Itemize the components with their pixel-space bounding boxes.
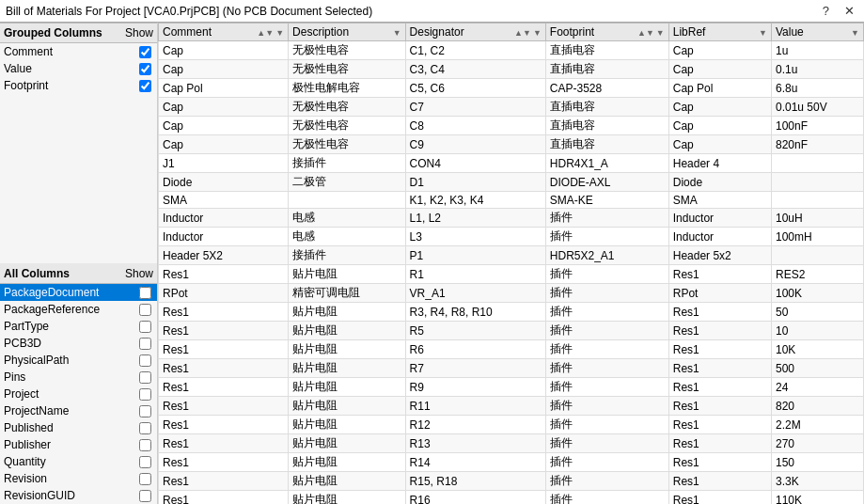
grouped-col-checkbox[interactable] [139,80,151,92]
table-header-cell: LibRef▼ [668,24,771,41]
grouped-show-label: Show [125,26,153,39]
table-row[interactable]: Res1贴片电阻R11插件Res1820 [159,397,864,416]
filter-icon[interactable]: ▼ [759,28,767,38]
table-row[interactable]: Res1贴片电阻R12插件Res12.2M [159,416,864,434]
cell-value: 10K [771,340,863,359]
sort-icon[interactable]: ▲▼ [257,28,274,38]
all-col-checkbox[interactable] [139,473,151,485]
th-label: Footprint [550,25,594,39]
cell-designator: R16 [405,491,545,505]
cell-libref: Cap [668,135,771,154]
close-button[interactable]: ✕ [840,4,858,18]
all-col-checkbox[interactable] [139,354,151,367]
cell-footprint: 插件 [545,340,668,359]
all-col-label: ProjectName [4,404,139,417]
all-col-checkbox[interactable] [139,321,151,333]
help-button[interactable]: ? [819,4,833,18]
all-col-checkbox[interactable] [139,405,151,417]
table-row[interactable]: Res1贴片电阻R13插件Res1270 [159,434,864,453]
cell-designator: VR_A1 [405,284,545,303]
table-row[interactable]: Cap无极性电容C3, C4直插电容Cap0.1u [159,60,864,79]
cell-libref: Res1 [668,265,771,284]
all-col-checkbox[interactable] [139,371,151,384]
table-row[interactable]: Cap无极性电容C9直插电容Cap820nF [159,135,864,154]
cell-designator: C3, C4 [405,60,545,79]
table-row[interactable]: SMAK1, K2, K3, K4SMA-KESMA [159,192,864,209]
cell-designator: C1, C2 [405,41,545,60]
table-row[interactable]: RPot精密可调电阻VR_A1插件RPot100K [159,284,864,303]
all-col-item[interactable]: RevisionGUID [0,487,157,504]
table-row[interactable]: Res1贴片电阻R6插件Res110K [159,340,864,359]
table-row[interactable]: Res1贴片电阻R14插件Res1150 [159,453,864,472]
all-col-item[interactable]: PackageDocument [0,284,157,301]
cell-designator: CON4 [405,154,545,173]
filter-icon[interactable]: ▼ [533,28,542,38]
table-row[interactable]: Cap无极性电容C7直插电容Cap0.01u 50V [159,98,864,117]
all-col-checkbox[interactable] [139,422,151,434]
cell-designator: R15, R18 [405,472,545,491]
filter-icon[interactable]: ▼ [275,28,284,38]
cell-comment: Res1 [159,434,289,453]
table-row[interactable]: Res1贴片电阻R15, R18插件Res13.3K [159,472,864,491]
cell-value [771,192,863,209]
all-col-item[interactable]: PhysicalPath [0,352,157,369]
table-row[interactable]: Inductor电感L1, L2插件Inductor10uH [159,209,864,228]
table-row[interactable]: Res1贴片电阻R16插件Res1110K [159,491,864,505]
grouped-col-checkbox[interactable] [139,46,151,58]
all-col-item[interactable]: Quantity [0,453,157,470]
sort-icon[interactable]: ▲▼ [514,28,531,38]
table-row[interactable]: Res1贴片电阻R3, R4, R8, R10插件Res150 [159,303,864,322]
all-col-checkbox[interactable] [139,456,151,468]
filter-icon[interactable]: ▼ [656,28,665,38]
cell-libref: Res1 [668,453,771,472]
cell-libref: Res1 [668,491,771,505]
cell-comment: Cap [159,41,289,60]
all-col-checkbox[interactable] [139,490,151,502]
cell-footprint: 插件 [545,397,668,416]
th-label: Value [776,25,804,39]
all-col-item[interactable]: PCB3D [0,335,157,352]
table-row[interactable]: Res1贴片电阻R9插件Res124 [159,378,864,397]
all-col-checkbox[interactable] [139,338,151,350]
all-col-item[interactable]: Pins [0,369,157,386]
filter-icon[interactable]: ▼ [393,28,401,38]
table-row[interactable]: Cap无极性电容C1, C2直插电容Cap1u [159,41,864,60]
table-row[interactable]: Inductor电感L3插件Inductor100mH [159,228,864,246]
cell-description: 无极性电容 [289,60,406,79]
cell-designator: D1 [405,173,545,192]
all-col-item[interactable]: PartType [0,318,157,335]
grouped-col-checkbox[interactable] [139,63,151,75]
cell-description: 二极管 [289,173,406,192]
table-row[interactable]: Cap Pol极性电解电容C5, C6CAP-3528Cap Pol6.8u [159,79,864,98]
cell-libref: Res1 [668,340,771,359]
all-col-item[interactable]: Publisher [0,436,157,453]
grouped-columns-header: Grouped Columns Show [0,23,157,43]
cell-designator: C5, C6 [405,79,545,98]
table-row[interactable]: Res1贴片电阻R7插件Res1500 [159,359,864,378]
all-col-checkbox[interactable] [139,304,151,316]
table-row[interactable]: Res1贴片电阻R5插件Res110 [159,322,864,340]
all-col-item[interactable]: PackageReference [0,301,157,318]
all-col-item[interactable]: Revision [0,470,157,487]
table-row[interactable]: Res1贴片电阻R1插件Res1RES2 [159,265,864,284]
cell-description: 贴片电阻 [289,397,406,416]
cell-comment: Inductor [159,228,289,246]
table-row[interactable]: Diode二极管D1DIODE-AXLDiode [159,173,864,192]
cell-libref: Res1 [668,416,771,434]
sort-icon[interactable]: ▲▼ [637,28,654,38]
all-col-item[interactable]: ProjectName [0,402,157,419]
filter-icon[interactable]: ▼ [851,28,859,38]
table-row[interactable]: Cap无极性电容C8直插电容Cap100nF [159,117,864,135]
all-col-checkbox[interactable] [139,287,151,299]
all-col-item[interactable]: Published [0,419,157,436]
th-inner: LibRef▼ [673,25,767,39]
all-col-label: PackageReference [4,303,139,316]
cell-comment: J1 [159,154,289,173]
table-row[interactable]: J1接插件CON4HDR4X1_AHeader 4 [159,154,864,173]
cell-libref: Cap Pol [668,79,771,98]
th-inner: Designator▲▼▼ [410,25,542,39]
all-col-item[interactable]: Project [0,386,157,402]
table-row[interactable]: Header 5X2接插件P1HDR5X2_A1Header 5x2 [159,246,864,265]
all-col-checkbox[interactable] [139,439,151,451]
all-col-checkbox[interactable] [139,388,151,401]
